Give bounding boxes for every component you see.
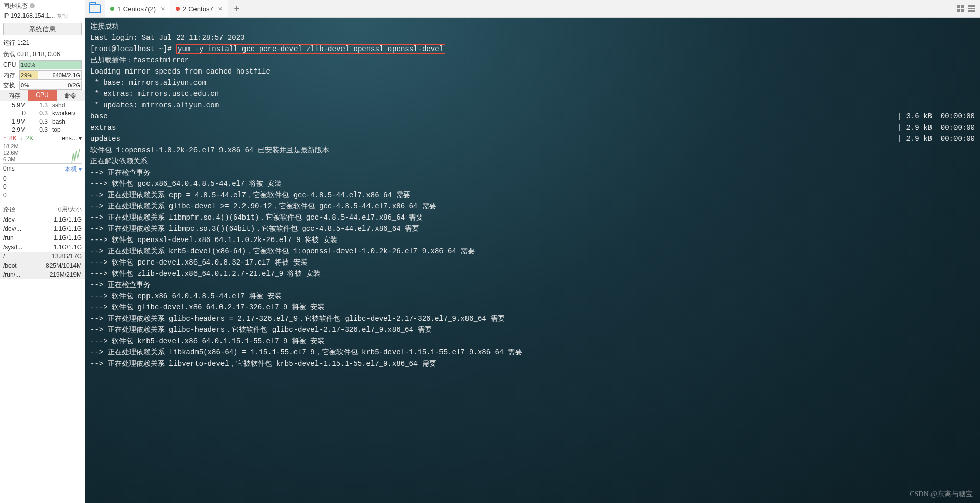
list-view-icon[interactable] <box>968 5 975 12</box>
terminal-line: Last login: Sat Jul 22 11:28:57 2023 <box>90 32 975 43</box>
terminal[interactable]: 连接成功 Last login: Sat Jul 22 11:28:57 202… <box>85 18 980 503</box>
terminal-line: 连接成功 <box>90 21 975 32</box>
arrow-down-icon: ↓ <box>20 135 23 142</box>
new-tab-button[interactable]: + <box>228 0 246 17</box>
disk-size: 219M/219M <box>41 270 82 279</box>
proc-mem: 2.9M <box>0 126 28 134</box>
latency-label: 0ms <box>3 165 15 174</box>
terminal-line: ---> 软件包 zlib-devel.x86_64.0.1.2.7-21.el… <box>90 268 975 279</box>
disk-size: 1.1G/1.1G <box>41 215 82 224</box>
folder-icon <box>89 4 101 13</box>
terminal-line: ---> 软件包 pcre-devel.x86_64.0.8.32-17.el7… <box>90 257 975 268</box>
net-stats: ↑8K ↓2K ens... ▾ <box>0 134 85 143</box>
disk-path: /dev <box>3 215 41 224</box>
cpu-label: CPU <box>3 61 17 68</box>
terminal-line: --> 正在检查事务 <box>90 167 975 178</box>
host-selector[interactable]: 本机 ▾ <box>65 165 82 174</box>
terminal-line: --> 正在处理依赖关系 libmpfr.so.4()(64bit)，它被软件包… <box>90 212 975 223</box>
disk-size: 1.1G/1.1G <box>41 224 82 233</box>
sync-status-label: 同步状态 <box>3 1 28 10</box>
terminal-line: ---> 软件包 glibc-devel.x86_64.0.2.17-326.e… <box>90 302 975 313</box>
proc-cmd: kworker/ <box>50 109 85 117</box>
disk-path: /boot <box>3 261 41 270</box>
grid-view-icon[interactable] <box>957 5 964 12</box>
uptime-value: 1:21 <box>17 38 29 47</box>
tab-label: 1 Centos7(2) <box>117 5 156 13</box>
copy-ip-button[interactable]: 复制 <box>57 13 68 19</box>
proc-cmd: sshd <box>50 101 85 109</box>
terminal-line: ---> 软件包 openssl-devel.x86_64.1.1.0.2k-2… <box>90 234 975 246</box>
sidebar: 同步状态 IP 192.168.154.1... 复制 系统信息 运行 1:21… <box>0 0 85 503</box>
mem-bar: 29%640M/2.1G <box>19 70 82 80</box>
terminal-line: updates| 2.9 kB 00:00:00 <box>90 133 975 145</box>
tab-bar: 1 Centos7(2)×2 Centos7× + <box>85 0 980 18</box>
disk-col-path[interactable]: 路径 <box>3 205 41 214</box>
disk-path: /run <box>3 233 41 243</box>
load-label: 负载 <box>3 50 15 59</box>
status-dot-icon <box>176 7 180 11</box>
terminal-line: --> 正在处理依赖关系 cpp = 4.8.5-44.el7，它被软件包 gc… <box>90 189 975 201</box>
disk-path: / <box>3 252 41 261</box>
status-dot-icon <box>110 7 114 11</box>
terminal-line: * base: mirrors.aliyun.com <box>90 77 975 88</box>
proc-cmd: bash <box>50 117 85 126</box>
close-tab-button[interactable]: × <box>161 5 165 13</box>
process-row[interactable]: 00.3kworker/ <box>0 109 85 117</box>
tab[interactable]: 1 Centos7(2)× <box>105 0 170 17</box>
close-tab-button[interactable]: × <box>218 5 223 13</box>
terminal-line: ---> 软件包 krb5-devel.x86_64.0.1.15.1-55.e… <box>90 336 975 347</box>
disk-row[interactable]: /run1.1G/1.1G <box>0 233 85 243</box>
graph-tick: 18.2M <box>3 143 19 149</box>
watermark: CSDN @东离与糖宝 <box>910 489 973 500</box>
terminal-line: --> 正在处理依赖关系 glibc-devel >= 2.2.90-12，它被… <box>90 201 975 212</box>
swap-bar: 0%0/2G <box>19 81 82 90</box>
terminal-line: ---> 软件包 cpp.x86_64.0.4.8.5-44.el7 将被 安装 <box>90 291 975 302</box>
terminal-line: Loading mirror speeds from cached hostfi… <box>90 66 975 77</box>
terminal-line: base| 3.6 kB 00:00:00 <box>90 111 975 122</box>
cpu-bar: 100% <box>19 60 82 69</box>
cpu-percent: 100% <box>21 61 35 69</box>
disk-size: 825M/1014M <box>41 261 82 270</box>
highlighted-command: yum -y install gcc pcre-devel zlib-devel… <box>176 44 445 54</box>
terminal-line: 软件包 1:openssl-1.0.2k-26.el7_9.x86_64 已安装… <box>90 145 975 156</box>
disk-row[interactable]: /dev/...1.1G/1.1G <box>0 224 85 233</box>
disk-size: 1.1G/1.1G <box>41 243 82 252</box>
process-row[interactable]: 2.9M0.3top <box>0 126 85 134</box>
disk-size: 1.1G/1.1G <box>41 233 82 243</box>
proc-cpu: 0.3 <box>28 109 50 117</box>
graph-tick: 12.6M <box>3 150 19 156</box>
disk-row[interactable]: /13.8G/17G <box>0 252 85 261</box>
disk-row[interactable]: /dev1.1G/1.1G <box>0 215 85 224</box>
terminal-line: --> 正在处理依赖关系 glibc-headers，它被软件包 glibc-d… <box>90 324 975 336</box>
net-zero: 0 <box>3 175 82 183</box>
proc-cpu: 0.3 <box>28 117 50 126</box>
process-row[interactable]: 1.9M0.3bash <box>0 117 85 126</box>
disk-path: /run/... <box>3 270 41 279</box>
disk-col-size[interactable]: 可用/大小 <box>41 205 82 214</box>
col-mem[interactable]: 内存 <box>0 90 28 101</box>
file-manager-button[interactable] <box>85 0 105 17</box>
disk-row[interactable]: /sys/f...1.1G/1.1G <box>0 243 85 252</box>
terminal-line: --> 正在处理依赖关系 glibc-headers = 2.17-326.el… <box>90 313 975 324</box>
net-interface[interactable]: ens... ▾ <box>36 135 82 142</box>
swap-percent: 0% <box>21 81 29 89</box>
net-zero: 0 <box>3 191 82 199</box>
uptime-label: 运行 <box>3 38 15 47</box>
swap-text: 0/2G <box>68 81 80 89</box>
process-row[interactable]: 5.9M1.3sshd <box>0 101 85 109</box>
system-info-button[interactable]: 系统信息 <box>3 23 82 35</box>
disk-row[interactable]: /boot825M/1014M <box>0 261 85 270</box>
disk-row[interactable]: /run/...219M/219M <box>0 270 85 279</box>
col-cpu[interactable]: CPU <box>28 90 56 101</box>
proc-mem: 0 <box>0 109 28 117</box>
tab[interactable]: 2 Centos7× <box>170 0 228 17</box>
ip-label: IP <box>3 12 9 19</box>
terminal-line: --> 正在检查事务 <box>90 279 975 291</box>
proc-cpu: 0.3 <box>28 126 50 134</box>
col-cmd[interactable]: 命令 <box>57 90 85 101</box>
net-graph: 18.2M 12.6M 6.3M <box>3 143 82 164</box>
tab-label: 2 Centos7 <box>183 5 213 13</box>
net-down: 2K <box>26 135 34 142</box>
disk-size: 13.8G/17G <box>41 252 82 261</box>
terminal-prompt-line: [root@localhost ~]# yum -y install gcc p… <box>90 43 975 55</box>
